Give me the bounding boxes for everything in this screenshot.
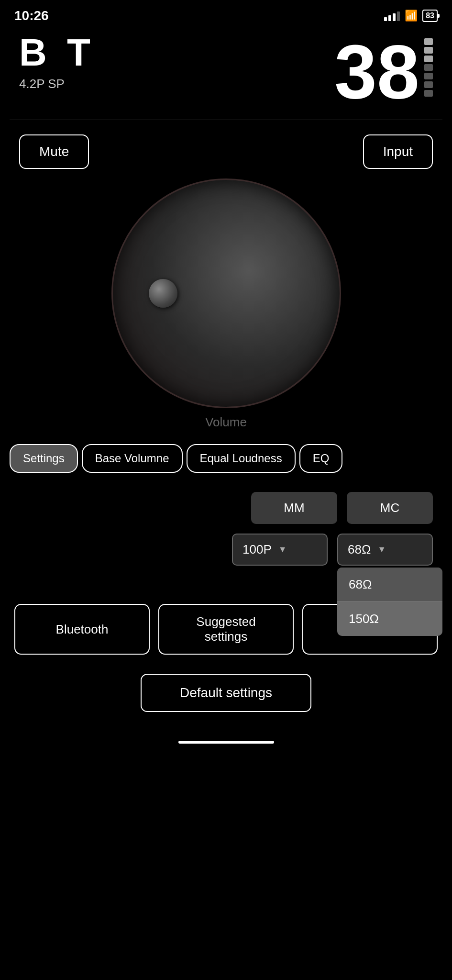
header-subtitle: 4.2P SP bbox=[19, 77, 95, 91]
volume-display: 38 bbox=[334, 33, 419, 110]
knob-indicator bbox=[149, 279, 177, 308]
home-bar bbox=[178, 741, 274, 744]
impedance-dropdown: 68Ω 150Ω bbox=[337, 568, 442, 636]
default-settings-button[interactable]: Default settings bbox=[141, 674, 311, 712]
mm-button[interactable]: MM bbox=[251, 492, 337, 524]
knob-container: Volume bbox=[0, 174, 452, 439]
volume-knob[interactable] bbox=[111, 178, 341, 408]
knob-label: Volume bbox=[205, 415, 247, 430]
impedance-select[interactable]: 68Ω ▼ bbox=[337, 534, 433, 566]
input-button[interactable]: Input bbox=[363, 134, 433, 169]
settings-section: MM MC 100P ▼ 68Ω ▼ 68Ω 150Ω bbox=[0, 478, 452, 580]
tab-settings[interactable]: Settings bbox=[10, 444, 78, 473]
vol-bar-1 bbox=[424, 38, 433, 45]
bluetooth-button[interactable]: Bluetooth bbox=[14, 604, 150, 655]
vol-bar-2 bbox=[424, 47, 433, 54]
vol-bar-6 bbox=[424, 81, 433, 88]
vol-bar-5 bbox=[424, 73, 433, 79]
impedance-option-68[interactable]: 68Ω bbox=[337, 568, 442, 601]
home-indicator bbox=[0, 731, 452, 758]
capacitance-select-wrapper: 100P ▼ bbox=[232, 534, 328, 566]
tab-row: Settings Base Volumne Equal Loudness EQ bbox=[0, 439, 452, 478]
tab-equal-loudness[interactable]: Equal Loudness bbox=[187, 444, 296, 473]
suggested-settings-button[interactable]: Suggested settings bbox=[158, 604, 294, 655]
capacitance-value: 100P bbox=[243, 542, 272, 557]
default-settings-row: Default settings bbox=[0, 664, 452, 731]
vol-bar-7 bbox=[424, 90, 433, 97]
mm-mc-row: MM MC bbox=[19, 492, 433, 524]
header-title: B T bbox=[19, 33, 95, 72]
vol-bar-4 bbox=[424, 64, 433, 71]
status-icons: 📶 83 bbox=[384, 10, 438, 22]
control-row: Mute Input bbox=[0, 120, 452, 174]
signal-icon bbox=[384, 11, 400, 21]
header-left: B T 4.2P SP bbox=[19, 33, 95, 91]
volume-level-bars bbox=[424, 33, 433, 97]
impedance-option-150[interactable]: 150Ω bbox=[337, 601, 442, 636]
status-time: 10:26 bbox=[14, 8, 49, 23]
battery-icon: 83 bbox=[422, 10, 438, 22]
tab-base-volumne[interactable]: Base Volumne bbox=[82, 444, 183, 473]
impedance-select-wrapper: 68Ω ▼ 68Ω 150Ω bbox=[337, 534, 433, 566]
wifi-icon: 📶 bbox=[405, 10, 418, 22]
tab-eq[interactable]: EQ bbox=[299, 444, 343, 473]
battery-level: 83 bbox=[426, 11, 434, 20]
header: B T 4.2P SP 38 bbox=[0, 29, 452, 120]
vol-bar-3 bbox=[424, 56, 433, 62]
mc-button[interactable]: MC bbox=[347, 492, 433, 524]
mute-button[interactable]: Mute bbox=[19, 134, 89, 169]
impedance-value: 68Ω bbox=[348, 542, 371, 557]
capacitance-select[interactable]: 100P ▼ bbox=[232, 534, 328, 566]
impedance-chevron-icon: ▼ bbox=[377, 545, 386, 555]
capacitance-chevron-icon: ▼ bbox=[278, 545, 287, 555]
status-bar: 10:26 📶 83 bbox=[0, 0, 452, 29]
header-right: 38 bbox=[334, 33, 433, 110]
select-row: 100P ▼ 68Ω ▼ 68Ω 150Ω bbox=[19, 534, 433, 566]
